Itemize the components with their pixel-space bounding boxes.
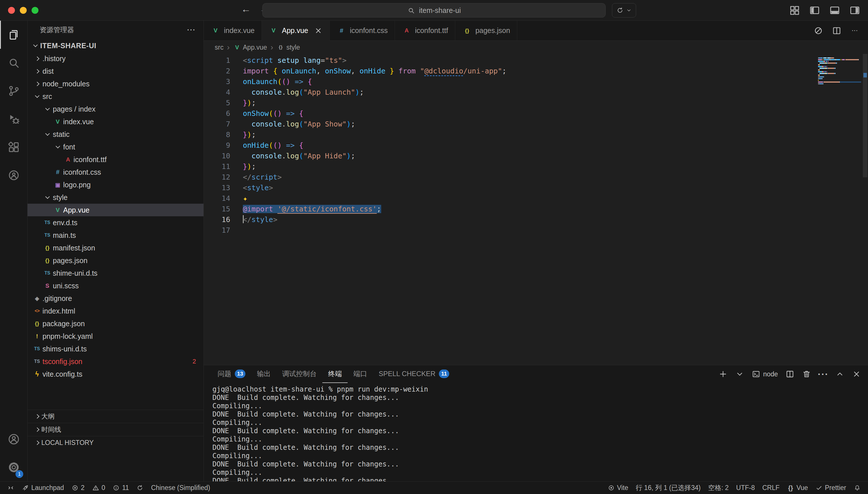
project-section-header[interactable]: ITEM-SHARE-UI bbox=[27, 39, 204, 52]
problems-info[interactable]: 11 bbox=[109, 482, 133, 494]
vscode-window: ← → item-share-ui 1 资源管理器 ··· ITEM-SH bbox=[0, 0, 868, 494]
tree-item-history[interactable]: .history bbox=[27, 52, 204, 65]
indentation[interactable]: 空格: 2 bbox=[704, 482, 733, 494]
tab-pages-json[interactable]: {}pages.json bbox=[455, 21, 517, 40]
activity-search[interactable] bbox=[0, 49, 27, 77]
sidebar-pane-[interactable]: 时间线 bbox=[27, 423, 204, 436]
tree-item-vite-config-ts[interactable]: ϟvite.config.ts bbox=[27, 368, 204, 380]
language-mode[interactable]: {}Vue bbox=[783, 482, 812, 494]
layout-sidebar-left-icon[interactable] bbox=[809, 5, 820, 16]
tab-debug-console[interactable]: 调试控制台 bbox=[276, 365, 322, 383]
search-box[interactable]: item-share-ui bbox=[262, 3, 606, 18]
layout-grid-icon[interactable] bbox=[789, 5, 800, 16]
tree-item-shims-uni-d-ts[interactable]: TSshims-uni.d.ts bbox=[27, 343, 204, 355]
tree-item-index-html[interactable]: <>index.html bbox=[27, 305, 204, 317]
tree-item-env-d-ts[interactable]: TSenv.d.ts bbox=[27, 216, 204, 229]
kill-terminal-button[interactable] bbox=[802, 369, 811, 379]
sync-status[interactable] bbox=[133, 482, 147, 494]
eol[interactable]: CRLF bbox=[759, 482, 783, 494]
tree-item-main-ts[interactable]: TSmain.ts bbox=[27, 229, 204, 242]
scrollbar-thumb[interactable] bbox=[863, 54, 867, 177]
new-terminal-button[interactable] bbox=[718, 369, 728, 379]
terminal[interactable]: gjq@loaclhost item-share-ui % pnpm run d… bbox=[204, 383, 868, 481]
problems-warnings[interactable]: 0 bbox=[88, 482, 109, 494]
tree-item-app-vue[interactable]: VApp.vue bbox=[27, 204, 204, 216]
close-icon[interactable] bbox=[314, 26, 322, 35]
tree-item-index-vue[interactable]: Vindex.vue bbox=[27, 115, 204, 128]
accounts-button[interactable] bbox=[0, 425, 27, 453]
tab-spell-checker[interactable]: SPELL CHECKER11 bbox=[373, 365, 455, 383]
vite-status[interactable]: Vite bbox=[604, 482, 632, 494]
tree-item-manifest-json[interactable]: {}manifest.json bbox=[27, 242, 204, 254]
zoom-button[interactable] bbox=[32, 7, 38, 14]
sync-dropdown-button[interactable] bbox=[612, 3, 636, 18]
tree-item-logo-png[interactable]: ▣logo.png bbox=[27, 178, 204, 191]
inlay-hints-toggle-button[interactable] bbox=[813, 26, 823, 36]
code-text: onShow(() => { bbox=[243, 108, 303, 119]
tree-item-iconfont-ttf[interactable]: Aiconfont.ttf bbox=[27, 153, 204, 166]
maximize-panel-button[interactable] bbox=[835, 369, 845, 379]
font-file-icon: A bbox=[63, 156, 73, 163]
editor-content[interactable]: 1<script setup lang="ts">2import { onLau… bbox=[204, 55, 868, 235]
tab-output[interactable]: 输出 bbox=[251, 365, 276, 383]
tree-item-dist[interactable]: dist bbox=[27, 65, 204, 77]
tab-iconfont-css[interactable]: #iconfont.css bbox=[330, 21, 395, 40]
tab-ports[interactable]: 端口 bbox=[348, 365, 373, 383]
activity-run-debug[interactable] bbox=[0, 105, 27, 133]
line-number: 6 bbox=[204, 108, 230, 119]
tree-item-style[interactable]: style bbox=[27, 191, 204, 204]
launchpad-button[interactable]: Launchpad bbox=[18, 482, 68, 494]
activity-extensions[interactable] bbox=[0, 133, 27, 161]
cursor-position[interactable]: 行 16, 列 1 (已选择34) bbox=[632, 482, 704, 494]
tree-item-gitignore[interactable]: ◈.gitignore bbox=[27, 292, 204, 305]
tree-item-package-json[interactable]: {}package.json bbox=[27, 317, 204, 330]
tab-app-vue[interactable]: VApp.vue bbox=[262, 21, 330, 41]
tree-item-iconfont-css[interactable]: #iconfont.css bbox=[27, 166, 204, 178]
formatter-status[interactable]: Prettier bbox=[812, 482, 850, 494]
notifications-bell[interactable] bbox=[850, 482, 865, 494]
activity-source-control[interactable] bbox=[0, 77, 27, 105]
close-button[interactable] bbox=[8, 7, 15, 14]
terminal-launch-dropdown[interactable] bbox=[735, 369, 744, 379]
tree-item-static[interactable]: static bbox=[27, 128, 204, 140]
breadcrumb-item-style[interactable]: {}style bbox=[277, 44, 300, 51]
tree-item-node-modules[interactable]: node_modules bbox=[27, 77, 204, 90]
layout-sidebar-right-icon[interactable] bbox=[849, 5, 861, 16]
sidebar-pane-[interactable]: 大纲 bbox=[27, 410, 204, 423]
encoding[interactable]: UTF-8 bbox=[733, 482, 759, 494]
tree-item-src[interactable]: src bbox=[27, 90, 204, 103]
close-panel-button[interactable] bbox=[852, 369, 861, 379]
breadcrumb-item-src[interactable]: src bbox=[215, 44, 224, 51]
settings-button[interactable]: 1 bbox=[0, 453, 27, 481]
breadcrumb-item-app-vue[interactable]: VApp.vue bbox=[233, 44, 267, 51]
problems-errors[interactable]: 2 bbox=[68, 482, 88, 494]
tree-item-pnpm-lock-yaml[interactable]: !pnpm-lock.yaml bbox=[27, 330, 204, 343]
spell-checker-language[interactable]: Chinese (Simplified) bbox=[147, 482, 214, 494]
tab-terminal[interactable]: 终端 bbox=[322, 365, 348, 383]
remote-indicator[interactable] bbox=[3, 482, 18, 494]
panel-more-actions-button[interactable]: ··· bbox=[819, 369, 828, 379]
minimize-button[interactable] bbox=[20, 7, 27, 14]
activity-explorer[interactable] bbox=[0, 21, 27, 49]
sidebar-pane-local-history[interactable]: LOCAL HISTORY bbox=[27, 436, 204, 449]
tree-item-font[interactable]: font bbox=[27, 140, 204, 153]
more-actions-icon[interactable]: ··· bbox=[186, 25, 197, 35]
tree-item-uni-scss[interactable]: Suni.scss bbox=[27, 280, 204, 292]
split-editor-button[interactable] bbox=[832, 26, 842, 36]
tab-index-vue[interactable]: Vindex.vue bbox=[204, 21, 262, 40]
layout-panel-icon[interactable] bbox=[829, 5, 841, 16]
activity-live-share[interactable] bbox=[0, 161, 27, 189]
editor-scrollbar[interactable] bbox=[862, 54, 868, 365]
minimap[interactable] bbox=[818, 57, 861, 86]
back-arrow-icon[interactable]: ← bbox=[241, 3, 251, 15]
editor-more-actions-button[interactable]: ··· bbox=[850, 26, 860, 36]
tree-item-pages-index[interactable]: pages / index bbox=[27, 103, 204, 115]
file-label: main.ts bbox=[53, 231, 76, 240]
tree-item-shime-uni-d-ts[interactable]: TSshime-uni.d.ts bbox=[27, 267, 204, 280]
tree-item-tsconfig-json[interactable]: TStsconfig.json2 bbox=[27, 355, 204, 368]
tree-item-pages-json[interactable]: {}pages.json bbox=[27, 254, 204, 267]
terminal-instance-node[interactable]: node bbox=[752, 370, 778, 378]
tab-problems[interactable]: 问题13 bbox=[212, 365, 251, 383]
tab-iconfont-ttf[interactable]: Aiconfont.ttf bbox=[395, 21, 455, 40]
split-terminal-button[interactable] bbox=[785, 369, 795, 379]
